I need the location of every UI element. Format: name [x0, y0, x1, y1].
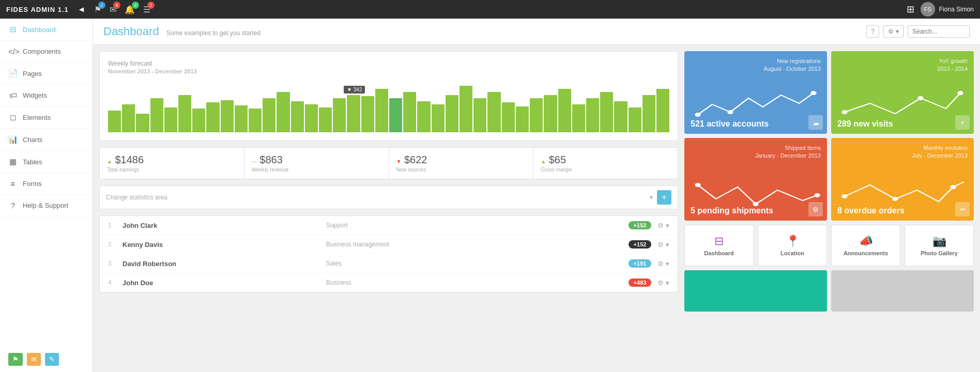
location-link[interactable]: 📍 Location [758, 225, 827, 266]
page-title: Dashboard [103, 25, 159, 38]
forecast-chart-card: Weekly forecast November 2013 - December… [99, 51, 678, 141]
stat-label-revenue: Weekly revenue [252, 167, 381, 173]
mail-icon-wrap[interactable]: ✉ 4 [110, 5, 116, 14]
sidebar-collapse-btn[interactable]: ◀ [77, 4, 86, 15]
sidebar-item-pages[interactable]: 📄 Pages [0, 63, 93, 85]
user-name: Fiona Simon [939, 6, 974, 13]
stat-value-revenue: — $863 [252, 154, 381, 166]
bar-item [136, 114, 149, 132]
bar-item [502, 102, 515, 132]
row-dept-1: Support [326, 222, 622, 229]
bar-item [629, 107, 641, 132]
bottom-row [684, 270, 974, 312]
sidebar-item-help[interactable]: ? Help & Support [0, 195, 93, 216]
left-panel: Weekly forecast November 2013 - December… [99, 51, 678, 312]
sidebar-item-widgets[interactable]: 🏷 Widgets [0, 85, 93, 106]
photo-gallery-link[interactable]: 📷 Photo Gallery [905, 225, 974, 266]
stats-row: ▲ $1486 Total earnings — $863 Weekly rev… [99, 147, 678, 179]
sidebar-label-dashboard: Dashboard [23, 26, 56, 34]
sidebar-label-help: Help & Support [23, 202, 68, 209]
row-gear-3[interactable]: ⚙ ▾ [657, 260, 669, 268]
row-num-4: 4 [108, 279, 116, 286]
sidebar-edit-btn[interactable]: ✎ [45, 353, 59, 366]
grid-icon[interactable]: ⊞ [907, 4, 914, 15]
settings-button[interactable]: ⚙ ▾ [883, 25, 904, 38]
row-name-3: David Robertson [122, 260, 320, 268]
row-dept-3: Sales [326, 260, 622, 267]
svg-point-5 [957, 91, 963, 95]
photo-gallery-link-icon: 📷 [932, 235, 946, 248]
bar-item [403, 92, 416, 132]
sidebar-label-widgets: Widgets [23, 91, 47, 99]
monthly-card: Monthly evolutionJuly - December 2013 8 … [831, 138, 974, 221]
row-gear-2[interactable]: ⚙ ▾ [657, 241, 669, 249]
shipped-card-title: Shipped itemsJanuary - December 2013 [691, 144, 821, 160]
header-actions: ? ⚙ ▾ [866, 25, 970, 38]
bar-item [235, 105, 248, 132]
location-link-label: Location [780, 250, 804, 256]
row-num-2: 2 [108, 241, 116, 248]
sidebar-item-dashboard[interactable]: ⊟ Dashboard [0, 19, 93, 41]
content-header: Dashboard Some examples to get you start… [93, 19, 980, 45]
sidebar-item-components[interactable]: </> Components [0, 41, 93, 63]
monthly-value: 8 overdue orders [837, 206, 905, 215]
bar-item [333, 98, 346, 132]
bar-item [263, 98, 275, 132]
pages-icon: 📄 [8, 69, 18, 78]
registrations-card: New registrationsAugust - October 2013 5… [684, 51, 827, 134]
row-gear-1[interactable]: ⚙ ▾ [657, 222, 669, 229]
search-input[interactable] [908, 25, 970, 38]
components-icon: </> [8, 47, 18, 56]
right-bottom-row: Shipped itemsJanuary - December 2013 5 p… [684, 138, 974, 221]
announcements-link[interactable]: 📣 Announcements [831, 225, 900, 266]
bar-item [206, 102, 219, 132]
table-row: 2 Kenny Davis Business management +152 ⚙… [100, 235, 678, 254]
bell-badge: 0 [132, 2, 139, 9]
svg-point-10 [892, 197, 898, 201]
sidebar-item-tables[interactable]: ▦ Tables [0, 151, 93, 173]
yoy-card-title: YoY growth2013 - 2014 [837, 57, 968, 73]
dashboard-link-label: Dashboard [704, 250, 733, 256]
shipped-action-btn[interactable]: ⚙ [808, 202, 823, 216]
monthly-action-btn[interactable]: ✂ [955, 202, 970, 216]
svg-point-3 [841, 110, 847, 114]
table-row: 3 David Robertson Sales +191 ⚙ ▾ [100, 254, 678, 273]
row-badge-1: +152 [629, 221, 652, 229]
bar-item [108, 111, 121, 132]
sidebar-item-forms[interactable]: ≡ Forms [0, 173, 93, 195]
dashboard-link-icon: ⊟ [714, 235, 724, 248]
bar-item [446, 95, 458, 132]
dropdown-arrow[interactable]: ▾ [650, 194, 653, 201]
stat-weekly-revenue: — $863 Weekly revenue [244, 148, 389, 179]
bell-icon-wrap[interactable]: 🔔 0 [125, 5, 135, 14]
row-badge-2: +152 [629, 240, 652, 249]
sidebar-item-elements[interactable]: ◻ Elements [0, 106, 93, 129]
registrations-action-btn[interactable]: ☁ [808, 115, 823, 130]
main-layout: ⊟ Dashboard </> Components 📄 Pages 🏷 Wid… [0, 19, 980, 372]
help-button[interactable]: ? [866, 25, 879, 38]
right-panel: New registrationsAugust - October 2013 5… [684, 51, 974, 312]
bar-item [586, 98, 599, 132]
dashboard-icon: ⊟ [8, 25, 18, 34]
yoy-action-btn[interactable]: + [955, 115, 970, 130]
row-gear-4[interactable]: ⚙ ▾ [657, 279, 669, 287]
list-icon-wrap[interactable]: ☰ 2 [143, 5, 150, 14]
user-area[interactable]: FS Fiona Simon [921, 2, 974, 17]
dashboard-link[interactable]: ⊟ Dashboard [684, 225, 754, 266]
svg-point-9 [841, 194, 847, 198]
add-statistics-btn[interactable]: + [657, 190, 671, 205]
right-top-row: New registrationsAugust - October 2013 5… [684, 51, 974, 134]
nav-icons: ⚑ 2 ✉ 4 🔔 0 ☰ 2 [94, 5, 150, 14]
sidebar-mail-btn[interactable]: ✉ [27, 353, 41, 366]
table-row: 1 John Clark Support +152 ⚙ ▾ [100, 216, 678, 235]
bar-item [122, 104, 135, 132]
sidebar-item-charts[interactable]: 📊 Charts [0, 129, 93, 151]
flag-icon-wrap[interactable]: ⚑ 2 [94, 5, 101, 14]
bar-item [375, 89, 388, 132]
announcements-link-icon: 📣 [859, 235, 873, 248]
sidebar-flag-btn[interactable]: ⚑ [8, 353, 23, 366]
row-name-1: John Clark [122, 222, 320, 229]
bar-item [516, 106, 529, 132]
svg-point-11 [950, 185, 956, 189]
content-body: Weekly forecast November 2013 - December… [93, 45, 980, 318]
